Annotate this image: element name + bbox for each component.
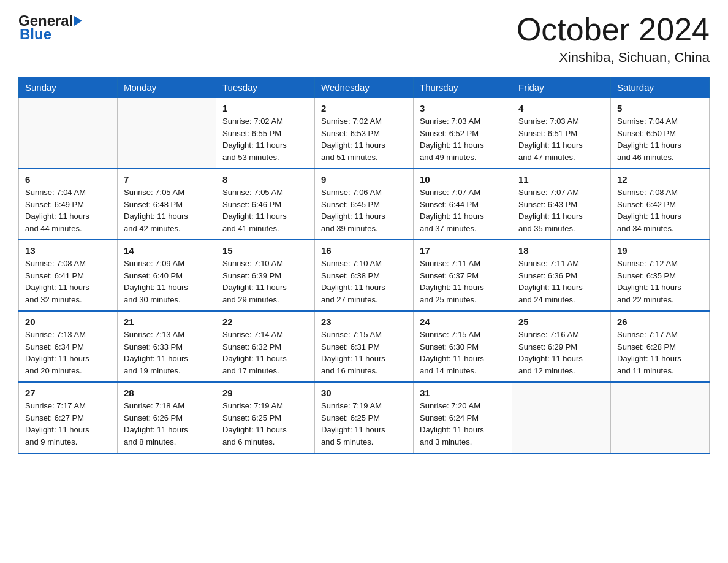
day-info: Sunrise: 7:11 AMSunset: 6:36 PMDaylight:…	[518, 258, 604, 305]
header-friday: Friday	[512, 77, 611, 98]
day-info: Sunrise: 7:16 AMSunset: 6:29 PMDaylight:…	[518, 329, 604, 377]
table-row: 1Sunrise: 7:02 AMSunset: 6:55 PMDaylight…	[216, 98, 315, 169]
logo-arrow-icon	[74, 16, 82, 26]
day-info: Sunrise: 7:03 AMSunset: 6:51 PMDaylight:…	[518, 115, 604, 163]
day-number: 8	[222, 174, 308, 185]
table-row: 25Sunrise: 7:16 AMSunset: 6:29 PMDayligh…	[512, 311, 611, 382]
day-number: 15	[222, 245, 308, 256]
day-info: Sunrise: 7:19 AMSunset: 6:25 PMDaylight:…	[222, 400, 308, 448]
day-info: Sunrise: 7:02 AMSunset: 6:53 PMDaylight:…	[321, 115, 407, 163]
page-header: General Blue October 2024 Xinshiba, Sich…	[18, 12, 710, 66]
header-monday: Monday	[118, 77, 216, 98]
day-number: 14	[124, 245, 210, 256]
calendar-week-row: 1Sunrise: 7:02 AMSunset: 6:55 PMDaylight…	[19, 98, 710, 169]
day-number: 20	[25, 316, 111, 327]
table-row: 24Sunrise: 7:15 AMSunset: 6:30 PMDayligh…	[414, 311, 512, 382]
table-row: 22Sunrise: 7:14 AMSunset: 6:32 PMDayligh…	[216, 311, 315, 382]
calendar-title: October 2024	[517, 12, 710, 47]
day-info: Sunrise: 7:14 AMSunset: 6:32 PMDaylight:…	[222, 329, 308, 377]
day-number: 31	[420, 388, 506, 398]
day-info: Sunrise: 7:17 AMSunset: 6:28 PMDaylight:…	[617, 329, 703, 377]
table-row: 18Sunrise: 7:11 AMSunset: 6:36 PMDayligh…	[512, 240, 611, 311]
calendar-week-row: 20Sunrise: 7:13 AMSunset: 6:34 PMDayligh…	[19, 311, 710, 382]
logo: General Blue	[18, 12, 82, 43]
table-row	[512, 382, 611, 453]
table-row: 20Sunrise: 7:13 AMSunset: 6:34 PMDayligh…	[19, 311, 118, 382]
table-row: 4Sunrise: 7:03 AMSunset: 6:51 PMDaylight…	[512, 98, 611, 169]
day-info: Sunrise: 7:06 AMSunset: 6:45 PMDaylight:…	[321, 186, 407, 234]
day-number: 13	[25, 245, 111, 256]
day-number: 25	[518, 316, 604, 327]
table-row: 30Sunrise: 7:19 AMSunset: 6:25 PMDayligh…	[315, 382, 414, 453]
table-row: 23Sunrise: 7:15 AMSunset: 6:31 PMDayligh…	[315, 311, 414, 382]
table-row: 2Sunrise: 7:02 AMSunset: 6:53 PMDaylight…	[315, 98, 414, 169]
day-info: Sunrise: 7:10 AMSunset: 6:38 PMDaylight:…	[321, 258, 407, 305]
calendar-table: Sunday Monday Tuesday Wednesday Thursday…	[18, 77, 710, 454]
table-row: 16Sunrise: 7:10 AMSunset: 6:38 PMDayligh…	[315, 240, 414, 311]
header-saturday: Saturday	[611, 77, 710, 98]
day-info: Sunrise: 7:04 AMSunset: 6:49 PMDaylight:…	[25, 186, 111, 234]
header-thursday: Thursday	[414, 77, 512, 98]
day-number: 27	[25, 388, 111, 398]
table-row: 27Sunrise: 7:17 AMSunset: 6:27 PMDayligh…	[19, 382, 118, 453]
calendar-subtitle: Xinshiba, Sichuan, China	[517, 50, 710, 66]
table-row: 19Sunrise: 7:12 AMSunset: 6:35 PMDayligh…	[611, 240, 710, 311]
day-info: Sunrise: 7:17 AMSunset: 6:27 PMDaylight:…	[25, 400, 111, 448]
table-row	[19, 98, 118, 169]
day-info: Sunrise: 7:05 AMSunset: 6:46 PMDaylight:…	[222, 186, 308, 234]
day-number: 19	[617, 245, 703, 256]
table-row: 7Sunrise: 7:05 AMSunset: 6:48 PMDaylight…	[118, 169, 216, 240]
day-number: 23	[321, 316, 407, 327]
day-number: 6	[25, 174, 111, 185]
table-row: 13Sunrise: 7:08 AMSunset: 6:41 PMDayligh…	[19, 240, 118, 311]
day-info: Sunrise: 7:02 AMSunset: 6:55 PMDaylight:…	[222, 115, 308, 163]
table-row: 17Sunrise: 7:11 AMSunset: 6:37 PMDayligh…	[414, 240, 512, 311]
day-number: 3	[420, 103, 506, 113]
day-info: Sunrise: 7:04 AMSunset: 6:50 PMDaylight:…	[617, 115, 703, 163]
calendar-header-row: Sunday Monday Tuesday Wednesday Thursday…	[19, 77, 710, 98]
day-number: 1	[222, 103, 308, 113]
table-row: 10Sunrise: 7:07 AMSunset: 6:44 PMDayligh…	[414, 169, 512, 240]
calendar-week-row: 13Sunrise: 7:08 AMSunset: 6:41 PMDayligh…	[19, 240, 710, 311]
calendar-week-row: 6Sunrise: 7:04 AMSunset: 6:49 PMDaylight…	[19, 169, 710, 240]
table-row: 8Sunrise: 7:05 AMSunset: 6:46 PMDaylight…	[216, 169, 315, 240]
day-number: 22	[222, 316, 308, 327]
day-info: Sunrise: 7:11 AMSunset: 6:37 PMDaylight:…	[420, 258, 506, 305]
table-row: 6Sunrise: 7:04 AMSunset: 6:49 PMDaylight…	[19, 169, 118, 240]
day-info: Sunrise: 7:18 AMSunset: 6:26 PMDaylight:…	[124, 400, 210, 448]
title-block: October 2024 Xinshiba, Sichuan, China	[517, 12, 710, 66]
table-row: 28Sunrise: 7:18 AMSunset: 6:26 PMDayligh…	[118, 382, 216, 453]
day-info: Sunrise: 7:05 AMSunset: 6:48 PMDaylight:…	[124, 186, 210, 234]
table-row: 31Sunrise: 7:20 AMSunset: 6:24 PMDayligh…	[414, 382, 512, 453]
header-wednesday: Wednesday	[315, 77, 414, 98]
day-number: 12	[617, 174, 703, 185]
day-info: Sunrise: 7:13 AMSunset: 6:33 PMDaylight:…	[124, 329, 210, 377]
day-info: Sunrise: 7:08 AMSunset: 6:41 PMDaylight:…	[25, 258, 111, 305]
day-info: Sunrise: 7:20 AMSunset: 6:24 PMDaylight:…	[420, 400, 506, 448]
day-number: 9	[321, 174, 407, 185]
day-number: 7	[124, 174, 210, 185]
header-sunday: Sunday	[19, 77, 118, 98]
table-row	[118, 98, 216, 169]
table-row: 5Sunrise: 7:04 AMSunset: 6:50 PMDaylight…	[611, 98, 710, 169]
header-tuesday: Tuesday	[216, 77, 315, 98]
day-info: Sunrise: 7:15 AMSunset: 6:30 PMDaylight:…	[420, 329, 506, 377]
day-info: Sunrise: 7:07 AMSunset: 6:44 PMDaylight:…	[420, 186, 506, 234]
day-number: 5	[617, 103, 703, 113]
day-number: 29	[222, 388, 308, 398]
table-row	[611, 382, 710, 453]
table-row: 21Sunrise: 7:13 AMSunset: 6:33 PMDayligh…	[118, 311, 216, 382]
day-number: 2	[321, 103, 407, 113]
calendar-week-row: 27Sunrise: 7:17 AMSunset: 6:27 PMDayligh…	[19, 382, 710, 453]
table-row: 9Sunrise: 7:06 AMSunset: 6:45 PMDaylight…	[315, 169, 414, 240]
day-number: 10	[420, 174, 506, 185]
table-row: 3Sunrise: 7:03 AMSunset: 6:52 PMDaylight…	[414, 98, 512, 169]
day-info: Sunrise: 7:03 AMSunset: 6:52 PMDaylight:…	[420, 115, 506, 163]
day-number: 30	[321, 388, 407, 398]
day-info: Sunrise: 7:08 AMSunset: 6:42 PMDaylight:…	[617, 186, 703, 234]
logo-blue: Blue	[18, 26, 82, 43]
table-row: 26Sunrise: 7:17 AMSunset: 6:28 PMDayligh…	[611, 311, 710, 382]
day-info: Sunrise: 7:12 AMSunset: 6:35 PMDaylight:…	[617, 258, 703, 305]
day-number: 24	[420, 316, 506, 327]
day-info: Sunrise: 7:19 AMSunset: 6:25 PMDaylight:…	[321, 400, 407, 448]
